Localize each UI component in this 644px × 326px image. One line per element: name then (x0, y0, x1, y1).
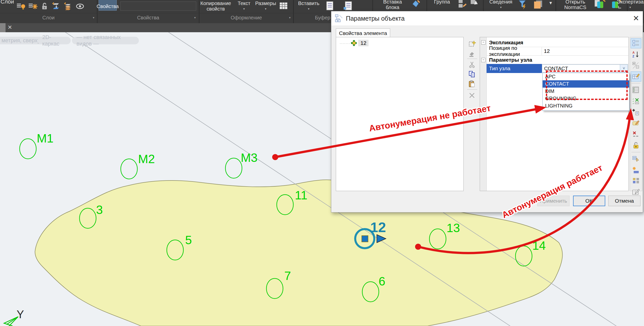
marker-label: 6 (379, 275, 385, 288)
dialog-icon (335, 14, 343, 23)
new-selection-icon[interactable] (467, 39, 477, 48)
chevron-down-icon: ▾ (254, 6, 277, 12)
cancel-button[interactable]: Отмена (608, 196, 640, 206)
text-button[interactable]: Текст▾ (236, 1, 252, 12)
marker-label: M2 (138, 152, 155, 166)
new-value-icon[interactable] (631, 165, 641, 175)
document-tab[interactable] (0, 23, 6, 32)
row-label: Позиция по экспликации (487, 47, 542, 55)
expertise-button[interactable]: Экспертиза▾ (616, 0, 644, 10)
check-nodes-icon[interactable] (631, 96, 641, 106)
edit-properties-icon[interactable] (631, 71, 641, 82)
marker-label: 13 (447, 221, 460, 235)
copy-properties-button[interactable]: Копирование свойств (200, 1, 231, 12)
grid-row-position[interactable]: Позиция по экспликации 12 (487, 47, 628, 56)
ucs-arrow-icon (4, 317, 18, 326)
panel-expand-icon[interactable]: ▾ (93, 16, 94, 19)
layer-visibility-icon[interactable] (75, 2, 85, 11)
close-tab-icon[interactable]: ✕ (8, 24, 12, 31)
remove-value-icon[interactable] (631, 129, 641, 139)
marker-circle-m3[interactable] (225, 158, 242, 178)
categorized-view-icon[interactable] (631, 38, 641, 48)
app-window: M1 M2 M3 3 5 11 7 6 13 14 12 Y метрия, с… (0, 0, 644, 326)
filter-icon[interactable] (517, 0, 527, 9)
tab-element-properties[interactable]: Свойства элемента (336, 28, 390, 38)
node-tree-icon (351, 40, 357, 46)
copy-icon[interactable] (467, 70, 477, 79)
marker-circle-m2[interactable] (121, 159, 137, 179)
brush-icon[interactable] (410, 0, 420, 9)
table-icon[interactable] (279, 1, 289, 10)
ok-button[interactable]: OK (573, 196, 605, 206)
dialog-title: Параметры объекта (346, 15, 405, 22)
edit-note-icon[interactable] (631, 118, 641, 128)
marker-label: M1 (37, 132, 54, 145)
sort-az-icon[interactable]: AZ (631, 49, 641, 59)
dimensions-button[interactable]: Размеры▾ (254, 1, 277, 12)
marker-circle-m1[interactable] (20, 139, 36, 159)
grid-group-node-params[interactable]: Параметры узла (487, 56, 628, 64)
panel-expand-icon[interactable]: ▾ (194, 16, 196, 19)
marker-label: 14 (532, 239, 546, 252)
properties-button[interactable]: Свойства (99, 0, 117, 11)
open-normacs-button[interactable]: Открыть NormaCS (559, 0, 592, 10)
paste-button[interactable]: Вставить▾ (298, 1, 319, 12)
chevron-down-icon: ▾ (616, 5, 644, 10)
panel-label-properties[interactable]: Свойства▾ (98, 13, 198, 22)
layer-transfer-icon[interactable] (51, 2, 61, 11)
layers-cut-label[interactable]: Слои (1, 0, 14, 5)
paste-special-icon[interactable] (343, 1, 353, 10)
layer-freeze-icon[interactable] (28, 2, 38, 11)
info-button[interactable]: Сведения▾ (487, 0, 515, 10)
delete-icon-disabled (467, 91, 477, 100)
multi-list-icon[interactable] (631, 176, 641, 186)
pick-from-object-icon[interactable] (631, 154, 641, 164)
viewport-badge-linked-views[interactable]: — нет связанных видов — (72, 37, 139, 44)
group-button[interactable]: Группа (431, 0, 453, 5)
layer-lock-icon[interactable] (39, 2, 50, 11)
marker-label: 3 (96, 203, 103, 216)
group-edit-icon[interactable] (469, 0, 479, 8)
tree-branch-dots: ······· (340, 41, 350, 45)
property-grid: − − Экспликация Позиция по экспликации 1… (480, 37, 629, 191)
group-create-icon[interactable] (457, 0, 467, 8)
lock-value-icon[interactable] (631, 140, 641, 151)
tree-item-node-12[interactable]: ······· 12 (340, 40, 369, 46)
color-swatch-icon[interactable] (532, 0, 542, 9)
marker-label: 7 (284, 269, 291, 282)
collapse-group2-icon[interactable]: − (481, 58, 486, 62)
panel-label-decoration[interactable]: Оформление▾ (199, 13, 293, 22)
viewport-badge-visual-style[interactable]: 2D-каркас (38, 37, 71, 44)
collapse-group1-icon[interactable]: − (481, 40, 486, 45)
node-label: 12 (370, 219, 386, 235)
layer-on-icon[interactable] (16, 2, 26, 11)
paste-doc-icon[interactable] (325, 1, 335, 10)
normacs-doc-icon[interactable] (593, 0, 603, 9)
checklist-icon[interactable] (631, 85, 641, 95)
expand-collapse-icon[interactable] (631, 60, 641, 70)
svg-text:A: A (632, 51, 635, 54)
block-insert-button[interactable]: Вставка блока (377, 0, 408, 10)
tree-item-label[interactable]: 12 (358, 40, 369, 46)
panel-expand-icon[interactable]: ▾ (289, 16, 291, 19)
chevron-down-icon[interactable]: ▾ (548, 0, 553, 6)
add-node-icon[interactable] (631, 107, 641, 117)
marker-label: M3 (241, 151, 258, 164)
row-label-selected[interactable]: Тип узла (487, 64, 542, 73)
cut-icon-disabled (467, 60, 477, 69)
chevron-down-icon: ▾ (236, 6, 252, 12)
chevron-down-icon: ˅ (623, 66, 625, 71)
chevron-down-icon: ▾ (298, 6, 319, 12)
paste-icon[interactable] (467, 79, 477, 88)
dialog-close-icon[interactable]: ✕ (633, 14, 639, 23)
properties-quick-field[interactable] (120, 2, 196, 11)
stamp-icon-disabled (467, 49, 477, 58)
panel-label-layers[interactable]: Слои▾ (0, 13, 97, 22)
dropdown-option-lightning[interactable]: LIGHTNING (543, 102, 629, 110)
row-value[interactable]: 12 (542, 47, 628, 55)
annotation-dashed-rect (546, 70, 628, 100)
grid-toolbar: AZ (630, 37, 642, 191)
layers-stack-icon[interactable] (63, 2, 73, 11)
dialog-titlebar[interactable]: Параметры объекта ✕ (331, 11, 643, 25)
marker-label: 5 (185, 233, 192, 247)
